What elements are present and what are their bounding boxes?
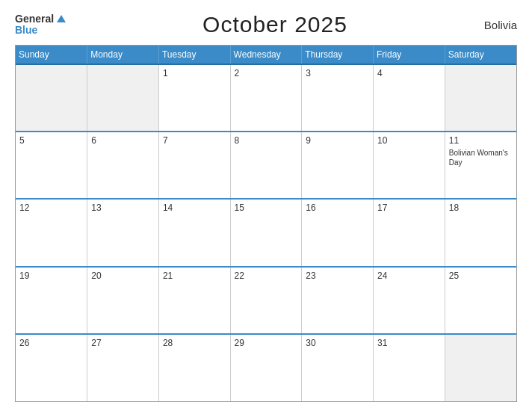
calendar-cell: 20: [87, 267, 159, 334]
calendar-cell: 13: [87, 199, 159, 266]
calendar-cell: 24: [374, 267, 445, 334]
day-number: 20: [91, 271, 155, 281]
calendar-page: General Blue October 2025 Bolivia Sunday…: [0, 0, 532, 411]
col-sunday: Sunday: [16, 46, 87, 64]
calendar-cell: 17: [374, 199, 445, 266]
day-number: 2: [235, 68, 298, 78]
logo-triangle-icon: [57, 15, 66, 22]
calendar-cell: 10: [374, 132, 445, 199]
day-number: 23: [306, 271, 369, 281]
day-number: 25: [449, 271, 513, 281]
calendar-week-row: 262728293031: [16, 334, 516, 401]
day-number: 5: [19, 135, 83, 146]
day-number: 13: [91, 203, 155, 213]
calendar-cell: 2: [230, 64, 302, 132]
day-number: 26: [19, 338, 83, 348]
col-wednesday: Wednesday: [230, 46, 302, 64]
day-number: 15: [235, 203, 298, 213]
day-number: 22: [235, 271, 298, 281]
calendar-cell: 6: [87, 132, 159, 199]
calendar-week-row: 567891011Bolivian Woman's Day: [16, 132, 516, 199]
calendar-cell: 14: [158, 199, 230, 266]
day-number: 14: [163, 203, 226, 213]
day-number: 3: [306, 68, 369, 78]
day-number: 17: [377, 203, 441, 213]
weekday-row: Sunday Monday Tuesday Wednesday Thursday…: [16, 46, 516, 64]
calendar-body: 1234567891011Bolivian Woman's Day1213141…: [16, 64, 516, 401]
calendar-table: Sunday Monday Tuesday Wednesday Thursday…: [16, 46, 516, 401]
calendar-cell: 31: [374, 334, 445, 401]
calendar-cell: 8: [230, 132, 302, 199]
calendar-cell: 5: [16, 132, 87, 199]
day-number: 11: [449, 135, 513, 146]
calendar-cell: 9: [302, 132, 374, 199]
day-number: 28: [163, 338, 226, 348]
day-number: 18: [449, 203, 513, 213]
calendar-cell: [87, 64, 159, 132]
logo: General Blue: [15, 13, 66, 37]
day-number: 27: [91, 338, 155, 348]
country-label: Bolivia: [484, 19, 517, 31]
day-number: 4: [377, 68, 441, 78]
calendar-cell: [445, 334, 516, 401]
calendar-cell: 16: [302, 199, 374, 266]
day-number: 7: [163, 135, 226, 146]
col-monday: Monday: [87, 46, 159, 64]
header: General Blue October 2025 Bolivia: [15, 12, 517, 37]
day-number: 31: [377, 338, 441, 348]
day-number: 30: [306, 338, 369, 348]
day-number: 19: [19, 271, 83, 281]
day-number: 21: [163, 271, 226, 281]
calendar-cell: 29: [230, 334, 302, 401]
calendar-week-row: 1234: [16, 64, 516, 132]
calendar-cell: 4: [374, 64, 445, 132]
calendar-cell: 27: [87, 334, 159, 401]
calendar-cell: 11Bolivian Woman's Day: [445, 132, 516, 199]
day-number: 16: [306, 203, 369, 213]
month-title: October 2025: [202, 12, 347, 37]
col-saturday: Saturday: [445, 46, 516, 64]
calendar-week-row: 19202122232425: [16, 267, 516, 334]
holiday-label: Bolivian Woman's Day: [449, 148, 513, 167]
calendar-cell: 22: [230, 267, 302, 334]
logo-blue: Blue: [15, 25, 66, 36]
calendar-week-row: 12131415161718: [16, 199, 516, 266]
calendar-cell: 19: [16, 267, 87, 334]
calendar-cell: 12: [16, 199, 87, 266]
calendar-cell: 3: [302, 64, 374, 132]
col-friday: Friday: [374, 46, 445, 64]
day-number: 1: [163, 68, 226, 78]
day-number: 9: [306, 135, 369, 146]
calendar-cell: 28: [158, 334, 230, 401]
calendar-cell: 25: [445, 267, 516, 334]
calendar-cell: 7: [158, 132, 230, 199]
day-number: 29: [235, 338, 298, 348]
day-number: 10: [377, 135, 441, 146]
calendar-container: Sunday Monday Tuesday Wednesday Thursday…: [15, 45, 517, 402]
calendar-cell: 30: [302, 334, 374, 401]
calendar-cell: 15: [230, 199, 302, 266]
calendar-cell: 21: [158, 267, 230, 334]
logo-general: General: [15, 13, 54, 25]
day-number: 6: [91, 135, 155, 146]
calendar-cell: [16, 64, 87, 132]
calendar-header: Sunday Monday Tuesday Wednesday Thursday…: [16, 46, 516, 64]
calendar-cell: [445, 64, 516, 132]
calendar-cell: 1: [158, 64, 230, 132]
col-tuesday: Tuesday: [158, 46, 230, 64]
calendar-cell: 23: [302, 267, 374, 334]
day-number: 24: [377, 271, 441, 281]
day-number: 8: [235, 135, 298, 146]
day-number: 12: [19, 203, 83, 213]
calendar-cell: 26: [16, 334, 87, 401]
col-thursday: Thursday: [302, 46, 374, 64]
calendar-cell: 18: [445, 199, 516, 266]
